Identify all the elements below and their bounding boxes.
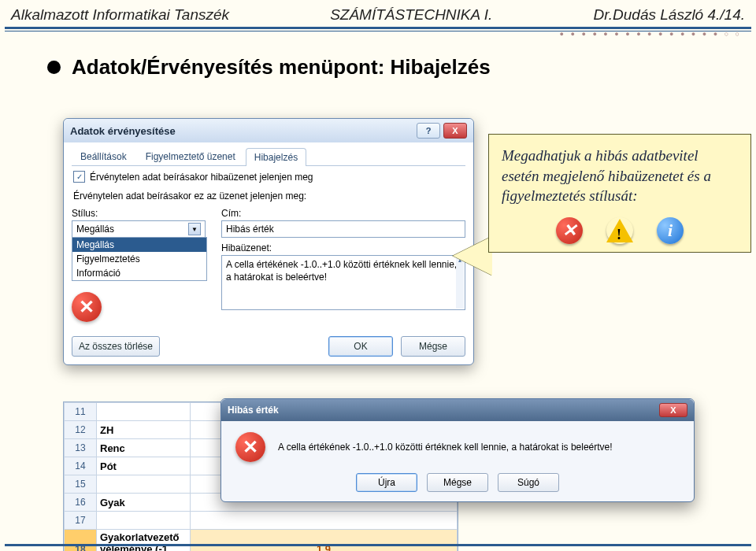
- header-left: Alkalmazott Informatikai Tanszék: [11, 6, 229, 24]
- title-input-value: Hibás érték: [226, 224, 274, 235]
- row-header[interactable]: 11: [65, 403, 97, 421]
- retry-button[interactable]: Újra: [356, 473, 417, 492]
- cell[interactable]: Gyakorlatvezető véleménye (-1…+1 jegy):: [97, 530, 191, 552]
- divider: [5, 544, 751, 546]
- divider: [5, 27, 751, 29]
- callout-tail: [453, 236, 492, 276]
- close-button[interactable]: X: [659, 403, 687, 417]
- cell[interactable]: [97, 475, 191, 494]
- chevron-down-icon: ▼: [188, 223, 201, 235]
- validation-dialog: Adatok érvényesítése ? X Beállítások Fig…: [63, 118, 474, 365]
- page-dots: ● ● ● ● ● ● ● ● ● ● ● ● ● ● ● ○ ○: [560, 30, 742, 38]
- warning-icon: !: [606, 217, 633, 244]
- cell[interactable]: Gyak: [97, 494, 191, 512]
- page-title: Adatok/Érvényesítés menüpont: Hibajelzés: [72, 55, 491, 80]
- style-label: Stílus:: [72, 208, 206, 219]
- messagebox-title: Hibás érték: [228, 405, 279, 416]
- cell[interactable]: Renc: [97, 439, 191, 457]
- style-combo[interactable]: Megállás ▼: [72, 220, 206, 238]
- dialog-prompt: Érvénytelen adat beírásakor ez az üzenet…: [73, 190, 465, 202]
- cancel-button[interactable]: Mégse: [427, 473, 488, 492]
- help-button[interactable]: Súgó: [498, 473, 559, 492]
- stop-icon: ✕: [72, 292, 102, 322]
- explanation-callout: Megadhatjuk a hibás adatbevitel esetén m…: [488, 134, 751, 253]
- cell[interactable]: ZH: [97, 421, 191, 439]
- title-label: Cím:: [221, 208, 465, 219]
- dialog-tabs: Beállítások Figyelmeztető üzenet Hibajel…: [72, 147, 465, 166]
- style-option-stop[interactable]: Megállás: [72, 238, 206, 252]
- show-error-checkbox[interactable]: ✓: [73, 171, 85, 183]
- message-textarea[interactable]: A cella értékének -1.0..+1.0 közötti ért…: [221, 255, 465, 310]
- callout-text: Megadhatjuk a hibás adatbevitel esetén m…: [502, 147, 711, 204]
- close-button[interactable]: X: [443, 123, 467, 139]
- style-value: Megállás: [76, 224, 114, 235]
- error-messagebox: Hibás érték X ✕ A cella értékének -1.0..…: [220, 398, 695, 502]
- row-header[interactable]: 17: [65, 512, 97, 530]
- message-text: A cella értékének -1.0..+1.0 közötti ért…: [226, 259, 457, 283]
- row-header[interactable]: 14: [65, 457, 97, 475]
- row-header[interactable]: 12: [65, 421, 97, 439]
- cell-selected-value[interactable]: 1,9: [191, 530, 458, 552]
- style-listbox[interactable]: Megállás Figyelmeztetés Információ: [72, 237, 207, 281]
- info-icon: i: [657, 217, 684, 244]
- row-header[interactable]: 15: [65, 475, 97, 494]
- tab-input-message[interactable]: Figyelmeztető üzenet: [137, 147, 244, 165]
- ok-button[interactable]: OK: [328, 336, 393, 357]
- cancel-button[interactable]: Mégse: [401, 336, 465, 357]
- header-center: SZÁMÍTÁSTECHNIKA I.: [330, 6, 492, 24]
- cell[interactable]: Pót: [97, 457, 191, 475]
- messagebox-text: A cella értékének -1.0..+1.0 közötti ért…: [278, 442, 613, 453]
- row-header-selected[interactable]: 18: [65, 530, 97, 552]
- stop-icon: ✕: [235, 432, 265, 462]
- message-label: Hibaüzenet:: [221, 242, 465, 253]
- dialog-title: Adatok érvényesítése: [70, 125, 176, 137]
- title-input[interactable]: Hibás érték: [221, 220, 465, 238]
- help-button[interactable]: ?: [417, 123, 440, 139]
- tab-error-alert[interactable]: Hibajelzés: [246, 148, 306, 166]
- cell[interactable]: [97, 403, 191, 421]
- cell[interactable]: [191, 512, 458, 530]
- checkbox-label: Érvénytelen adat beírásakor hibaüzenet j…: [90, 172, 313, 183]
- row-header[interactable]: 16: [65, 494, 97, 512]
- stop-icon: ✕: [556, 217, 583, 244]
- clear-all-button[interactable]: Az összes törlése: [72, 336, 160, 357]
- tab-settings[interactable]: Beállítások: [72, 147, 135, 165]
- style-option-warning[interactable]: Figyelmeztetés: [72, 252, 206, 266]
- row-header[interactable]: 13: [65, 439, 97, 457]
- style-option-info[interactable]: Információ: [72, 266, 206, 280]
- bullet-icon: [47, 61, 61, 74]
- cell[interactable]: [97, 512, 191, 530]
- header-right: Dr.Dudás László 4./14.: [593, 6, 745, 24]
